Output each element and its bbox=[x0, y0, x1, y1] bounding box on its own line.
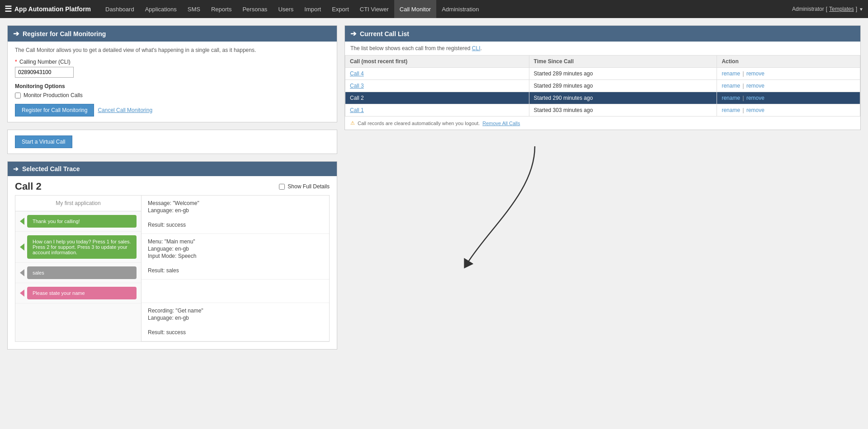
nav-reports[interactable]: Reports bbox=[206, 0, 237, 18]
start-virtual-call-btn[interactable]: Start a Virtual Call bbox=[15, 135, 72, 148]
nav-call-monitor[interactable]: Call Monitor bbox=[394, 0, 436, 18]
nav-dashboard[interactable]: Dashboard bbox=[100, 0, 140, 18]
nav-sms[interactable]: SMS bbox=[182, 0, 206, 18]
call-2-rename[interactable]: rename bbox=[722, 95, 740, 101]
call-2-time: Started 290 minutes ago bbox=[529, 92, 717, 104]
call-detail-2-line2: Language: en-gb bbox=[148, 246, 323, 252]
annotation-area bbox=[344, 137, 861, 422]
call-step-3-bubble: sales bbox=[27, 266, 137, 279]
show-full-details-checkbox[interactable] bbox=[279, 184, 285, 190]
monitor-production-checkbox[interactable] bbox=[15, 93, 21, 98]
call-table-head: Call (most recent first) Time Since Call… bbox=[345, 56, 860, 68]
nav-export[interactable]: Export bbox=[326, 0, 354, 18]
register-panel-body: The Call Monitor allows you to get a det… bbox=[8, 42, 337, 122]
call-list-panel: ➔ Current Call List The list below shows… bbox=[344, 25, 861, 130]
call-step-2-arrow bbox=[20, 243, 24, 251]
cli-form-group: * Calling Number (CLI) bbox=[15, 59, 330, 78]
nav-user-section: Administrator [ Templates ] ▼ bbox=[792, 6, 863, 12]
call-detail-2-line5: Result: sales bbox=[148, 267, 323, 274]
call-detail-3 bbox=[142, 280, 329, 303]
right-panel: ➔ Current Call List The list below shows… bbox=[344, 25, 861, 422]
call-3-name[interactable]: Call 3 bbox=[345, 80, 529, 92]
call-step-2: How can I help you today? Press 1 for sa… bbox=[15, 232, 141, 263]
call-trace-title: Selected Call Trace bbox=[22, 165, 80, 173]
remove-all-link[interactable]: Remove All Calls bbox=[482, 121, 520, 126]
call-1-actions: rename | remove bbox=[717, 104, 860, 117]
call-list-title: Current Call List bbox=[360, 30, 409, 37]
call-detail-4-line1: Recording: "Get name" bbox=[148, 308, 323, 314]
call-1-time: Started 303 minutes ago bbox=[529, 104, 717, 117]
call-trace-header-icon: ➔ bbox=[13, 165, 19, 173]
call-step-1: Thank you for calling! bbox=[15, 211, 141, 232]
cli-input[interactable] bbox=[15, 67, 74, 78]
call-3-time: Started 289 minutes ago bbox=[529, 80, 717, 92]
virtual-call-body: Start a Virtual Call bbox=[8, 130, 337, 154]
call-step-4: Please state your name bbox=[15, 283, 141, 303]
call-trace-call-title: Call 2 bbox=[15, 181, 42, 192]
nav-administration[interactable]: Administration bbox=[436, 0, 484, 18]
call-3-actions: rename | remove bbox=[717, 80, 860, 92]
call-trace-section: ➔ Selected Call Trace Call 2 Show Full D… bbox=[7, 161, 337, 350]
call-4-actions: rename | remove bbox=[717, 68, 860, 80]
col-time: Time Since Call bbox=[529, 56, 717, 68]
call-2-remove[interactable]: remove bbox=[746, 95, 764, 101]
call-table-body: Call 4 Started 289 minutes ago rename | … bbox=[345, 68, 860, 117]
nav-applications[interactable]: Applications bbox=[140, 0, 182, 18]
nav-personas[interactable]: Personas bbox=[237, 0, 273, 18]
monitoring-options-label: Monitoring Options bbox=[15, 83, 330, 89]
call-detail-2-line1: Menu: "Main menu" bbox=[148, 238, 323, 245]
table-row: Call 4 Started 289 minutes ago rename | … bbox=[345, 68, 860, 80]
call-detail-1-line2: Language: en-gb bbox=[148, 207, 323, 214]
call-3-rename[interactable]: rename bbox=[722, 83, 740, 89]
call-detail-1-line4: Result: success bbox=[148, 222, 323, 228]
call-list-desc-text: The list below shows each call from the … bbox=[350, 45, 470, 51]
monitor-production-row: Monitor Production Calls bbox=[15, 92, 330, 98]
call-3-remove[interactable]: remove bbox=[746, 83, 764, 89]
call-2-name[interactable]: Call 2 bbox=[345, 92, 529, 104]
call-4-name[interactable]: Call 4 bbox=[345, 68, 529, 80]
nav-import[interactable]: Import bbox=[299, 0, 326, 18]
nav-cti-viewer[interactable]: CTI Viewer bbox=[354, 0, 394, 18]
brand: ☰ App Automation Platform bbox=[5, 4, 91, 14]
call-1-name[interactable]: Call 1 bbox=[345, 104, 529, 117]
call-step-2-bubble: How can I help you today? Press 1 for sa… bbox=[27, 235, 137, 259]
call-4-rename[interactable]: rename bbox=[722, 70, 740, 77]
call-step-4-bubble: Please state your name bbox=[27, 287, 137, 299]
warning-row: ⚠ Call records are cleared automatically… bbox=[345, 117, 860, 130]
brand-icon: ☰ bbox=[5, 4, 12, 14]
call-trace-header: ➔ Selected Call Trace bbox=[8, 162, 337, 176]
call-detail-2: Menu: "Main menu" Language: en-gb Input … bbox=[142, 234, 329, 280]
nav-links: Dashboard Applications SMS Reports Perso… bbox=[100, 0, 792, 18]
cli-label: * Calling Number (CLI) bbox=[15, 59, 330, 65]
call-step-3: sales bbox=[15, 263, 141, 283]
call-details-column: Message: "Welcome" Language: en-gb Resul… bbox=[142, 195, 330, 342]
call-table-header-row: Call (most recent first) Time Since Call… bbox=[345, 56, 860, 68]
cancel-btn[interactable]: Cancel Call Monitoring bbox=[98, 104, 152, 117]
register-panel: ➔ Register for Call Monitoring The Call … bbox=[7, 25, 337, 122]
table-row: Call 2 Started 290 minutes ago rename | … bbox=[345, 92, 860, 104]
register-btn-row: Register for Call Monitoring Cancel Call… bbox=[15, 104, 330, 117]
register-btn[interactable]: Register for Call Monitoring bbox=[15, 104, 94, 117]
call-detail-1-line3 bbox=[148, 214, 323, 221]
call-detail-4-line2: Language: en-gb bbox=[148, 315, 323, 321]
nav-users[interactable]: Users bbox=[273, 0, 299, 18]
call-4-remove[interactable]: remove bbox=[746, 70, 764, 77]
call-list-header-icon: ➔ bbox=[350, 29, 356, 38]
cli-link[interactable]: CLI bbox=[472, 45, 481, 51]
nav-templates-link[interactable]: Templates bbox=[829, 6, 854, 12]
left-panel: ➔ Register for Call Monitoring The Call … bbox=[7, 25, 337, 422]
call-detail-1-line1: Message: "Welcome" bbox=[148, 200, 323, 206]
annotation-arrow bbox=[467, 146, 535, 264]
nav-dropdown-icon[interactable]: ▼ bbox=[859, 7, 863, 12]
call-1-rename[interactable]: rename bbox=[722, 107, 740, 113]
call-detail-4-line4: Result: success bbox=[148, 329, 323, 336]
call-flow-container: My first application Thank you for calli… bbox=[8, 195, 337, 349]
call-1-remove[interactable]: remove bbox=[746, 107, 764, 113]
call-detail-2-line3: Input Mode: Speech bbox=[148, 253, 323, 259]
annotation-svg bbox=[344, 137, 861, 273]
warning-text: Call records are cleared automatically w… bbox=[358, 121, 480, 126]
warning-icon: ⚠ bbox=[350, 120, 355, 126]
brand-label: App Automation Platform bbox=[14, 5, 91, 13]
col-action: Action bbox=[717, 56, 860, 68]
navbar: ☰ App Automation Platform Dashboard Appl… bbox=[0, 0, 868, 18]
